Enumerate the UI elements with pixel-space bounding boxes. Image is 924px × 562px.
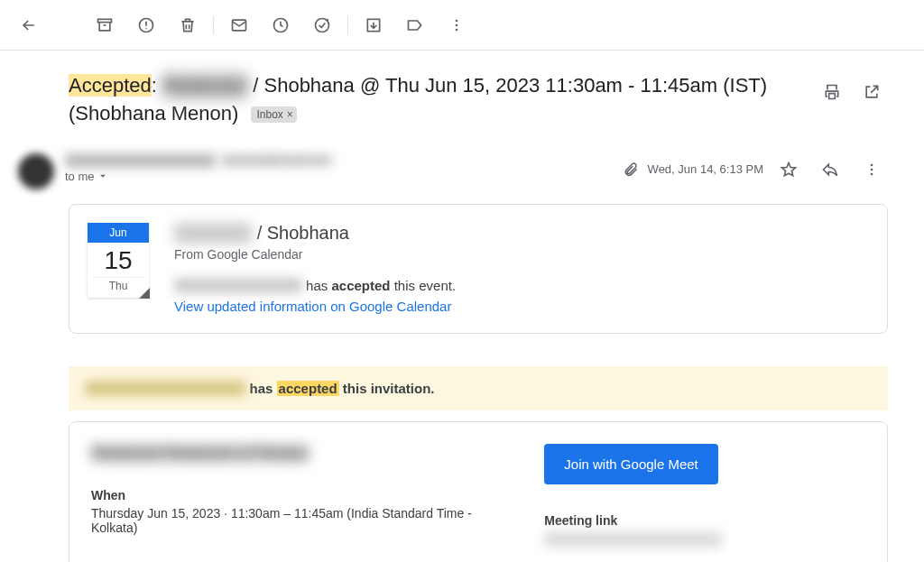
star-button[interactable] — [772, 153, 805, 186]
acceptance-status: redacted@email.com has accepted this eve… — [174, 278, 869, 293]
subject-highlight: Accepted — [69, 74, 152, 97]
svg-point-7 — [456, 23, 458, 26]
chevron-down-icon — [97, 170, 109, 182]
print-button[interactable] — [816, 76, 848, 108]
email-content: Accepted: Redacted / Shobhana @ Thu Jun … — [0, 51, 924, 562]
cal-dayofweek: Thu — [93, 277, 143, 298]
event-details-left: Redacted Redacted of Redact When Thursda… — [91, 444, 508, 548]
sender-avatar[interactable] — [18, 153, 54, 189]
email-toolbar — [0, 0, 924, 51]
when-label: When — [91, 488, 508, 502]
event-title: Redacted / Shobhana — [174, 223, 869, 244]
svg-point-6 — [456, 19, 458, 22]
calendar-summary-card: Jun 15 Thu Redacted / Shobhana From Goog… — [69, 204, 888, 334]
move-to-button[interactable] — [356, 7, 392, 43]
svg-point-8 — [456, 28, 458, 31]
event-details-right: Join with Google Meet Meeting link meet.… — [544, 444, 865, 548]
open-new-window-button[interactable] — [855, 76, 888, 108]
meeting-link-label: Meeting link — [544, 513, 865, 528]
email-subject: Accepted: Redacted / Shobhana @ Thu Jun … — [69, 72, 801, 128]
acceptance-banner: Redacted Redactedname has accepted this … — [69, 366, 888, 410]
recipients-dropdown[interactable]: to me — [65, 170, 612, 183]
svg-point-11 — [871, 172, 873, 175]
message-meta-actions: Wed, Jun 14, 6:13 PM — [623, 153, 888, 186]
mark-unread-button[interactable] — [221, 7, 257, 43]
svg-point-9 — [871, 163, 873, 166]
reply-button[interactable] — [814, 153, 846, 186]
more-button[interactable] — [439, 7, 475, 43]
snooze-button[interactable] — [263, 7, 299, 43]
labels-button[interactable] — [397, 7, 433, 43]
inbox-label-chip[interactable]: Inbox × — [251, 106, 296, 124]
event-source: From Google Calendar — [174, 247, 869, 262]
email-header: Redacted Redactedname redacted@email.com… — [69, 153, 888, 189]
subject-actions — [816, 72, 888, 108]
sender-name: Redacted Redactedname — [65, 153, 216, 168]
join-meet-button[interactable]: Join with Google Meet — [544, 444, 717, 484]
back-button[interactable] — [11, 7, 47, 43]
separator — [347, 16, 348, 34]
sender-email: redacted@email.com — [221, 153, 332, 167]
page-fold-icon — [139, 288, 150, 299]
view-in-calendar-link[interactable]: View updated information on Google Calen… — [174, 299, 451, 314]
remove-label-icon[interactable]: × — [287, 109, 293, 120]
spam-button[interactable] — [128, 7, 164, 43]
calendar-date-widget: Jun 15 Thu — [88, 223, 149, 298]
svg-rect-0 — [98, 19, 112, 22]
message-more-button[interactable] — [855, 153, 888, 186]
event-details-card: Redacted Redacted of Redact When Thursda… — [69, 421, 888, 562]
archive-button[interactable] — [87, 7, 123, 43]
separator — [213, 16, 214, 34]
calendar-info: Redacted / Shobhana From Google Calendar… — [174, 223, 869, 315]
add-task-button[interactable] — [304, 7, 340, 43]
attachment-icon[interactable] — [623, 161, 639, 178]
svg-point-10 — [871, 168, 873, 170]
cal-day: 15 — [88, 243, 149, 275]
meeting-link-value: meet.google.com/xxxx-xxxx — [544, 531, 722, 548]
subject-row: Accepted: Redacted / Shobhana @ Thu Jun … — [69, 72, 888, 128]
when-value: Thursday Jun 15, 2023 · 11:30am – 11:45a… — [91, 506, 508, 535]
event-name: Redacted Redacted of Redact — [91, 444, 309, 463]
delete-button[interactable] — [170, 7, 206, 43]
redacted-text: Redacted — [162, 72, 247, 100]
cal-month: Jun — [88, 223, 149, 243]
email-date: Wed, Jun 14, 6:13 PM — [648, 162, 763, 176]
sender-block: Redacted Redactedname redacted@email.com… — [65, 153, 612, 183]
